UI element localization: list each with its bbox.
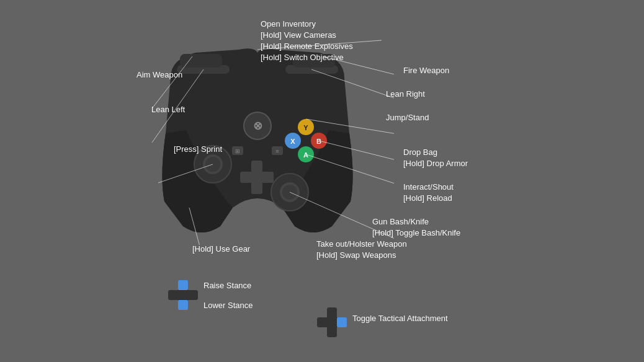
- label-interact-shout: Interact/Shout: [403, 182, 454, 193]
- label-hold-swap: [Hold] Swap Weapons: [316, 250, 396, 261]
- label-toggle-tactical: Toggle Tactical Attachment: [352, 313, 448, 324]
- dpad-legend-right: [316, 307, 347, 338]
- label-press-sprint: [Press] Sprint: [174, 144, 222, 155]
- svg-text:⊞: ⊞: [235, 148, 240, 154]
- svg-text:X: X: [290, 138, 295, 145]
- legend-right: Toggle Tactical Attachment: [316, 307, 347, 340]
- label-open-inventory: Open Inventory: [261, 19, 316, 30]
- label-hold-remote-explosives: [Hold] Remote Explosives: [261, 41, 353, 52]
- label-hold-switch-objective: [Hold] Switch Objective: [261, 52, 344, 63]
- svg-text:⊗: ⊗: [253, 120, 262, 132]
- label-hold-toggle-bash: [Hold] Toggle Bash/Knife: [372, 227, 460, 239]
- label-drop-bag: Drop Bag: [403, 147, 437, 158]
- label-lean-right: Lean Right: [386, 89, 425, 100]
- label-hold-reload: [Hold] Reload: [403, 193, 452, 204]
- label-lean-left: Lean Left: [151, 104, 185, 115]
- svg-rect-43: [337, 317, 347, 327]
- label-hold-view-cameras: [Hold] View Cameras: [261, 30, 336, 41]
- label-take-out-holster: Take out/Holster Weapon: [316, 239, 407, 250]
- label-hold-drop-armor: [Hold] Drop Armor: [403, 158, 468, 169]
- svg-rect-40: [178, 300, 188, 310]
- dpad-legend-left: [168, 280, 199, 342]
- legend-left: Raise Stance Lower Stance: [168, 280, 199, 345]
- svg-rect-38: [168, 290, 198, 300]
- label-gun-bash: Gun Bash/Knife: [372, 216, 429, 227]
- controller-body: ⊗ ≡ ⊞ Y X B A: [121, 34, 394, 245]
- label-lower-stance: Lower Stance: [203, 300, 253, 311]
- svg-rect-39: [178, 280, 188, 290]
- svg-rect-2: [180, 54, 222, 68]
- svg-text:Y: Y: [303, 124, 308, 131]
- svg-text:≡: ≡: [275, 148, 279, 154]
- label-fire-weapon: Fire Weapon: [403, 65, 449, 76]
- label-jump-stand: Jump/Stand: [386, 112, 429, 123]
- label-aim-weapon: Aim Weapon: [136, 69, 182, 81]
- label-raise-stance: Raise Stance: [203, 280, 251, 291]
- svg-rect-11: [251, 161, 262, 194]
- label-hold-use-gear: [Hold] Use Gear: [192, 244, 250, 255]
